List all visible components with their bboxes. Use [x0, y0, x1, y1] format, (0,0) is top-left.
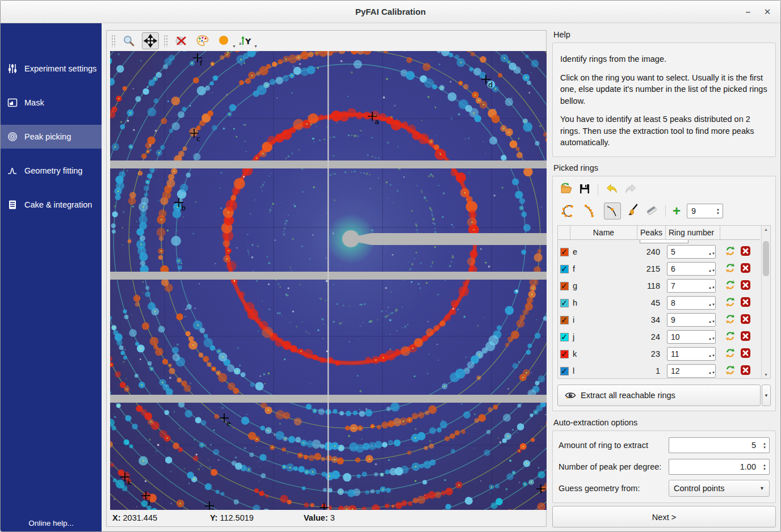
delete-ring-icon[interactable]: [740, 331, 751, 343]
scroll-up-icon[interactable]: ▲: [762, 226, 770, 233]
delete-ring-icon[interactable]: [740, 297, 751, 309]
ring-visible-checkbox[interactable]: ✓: [560, 299, 569, 307]
ring-visible-checkbox[interactable]: ✓: [560, 265, 569, 273]
refresh-ring-icon[interactable]: [725, 348, 736, 360]
sidebar-item-peak-picking[interactable]: Peak picking: [1, 125, 102, 149]
svg-text:c: c: [196, 134, 200, 143]
spin-arrows[interactable]: ▲▼: [760, 463, 769, 471]
status-x-value: 2031.445: [123, 513, 157, 522]
online-help-link[interactable]: Online help...: [1, 519, 102, 527]
toolbar-grip[interactable]: [111, 35, 116, 47]
rings-tools-toolbar: + 9 ▲▼: [557, 202, 771, 220]
diffraction-image-canvas[interactable]: fdacbekjh: [110, 51, 547, 510]
close-button[interactable]: ✕: [758, 1, 777, 23]
spin-arrows[interactable]: ▲▼: [713, 208, 723, 215]
ring-visible-checkbox[interactable]: ✓: [560, 248, 569, 256]
help-box: Identify rings from the image. Click on …: [552, 43, 776, 157]
spin-arrows[interactable]: ▲▼: [708, 366, 715, 375]
auto-extraction-group-label: Auto-extraction options: [553, 418, 776, 427]
ring-row-i[interactable]: ✓i349▲▼: [558, 311, 760, 328]
spin-arrows[interactable]: ▲▼: [708, 349, 715, 358]
refresh-ring-icon[interactable]: [725, 365, 736, 377]
scroll-down-icon[interactable]: ▼: [762, 371, 770, 378]
ring-visible-checkbox[interactable]: ✓: [560, 367, 569, 375]
spin-arrows[interactable]: ▲▼: [708, 332, 715, 341]
brush-tool-icon[interactable]: [626, 203, 640, 219]
extract-rings-button[interactable]: Extract all reachable rings: [557, 385, 761, 406]
eraser-tool-icon[interactable]: [645, 203, 658, 219]
delete-ring-icon[interactable]: [740, 365, 751, 377]
header-actions: [720, 226, 760, 239]
marker-style-icon[interactable]: ▼: [216, 32, 233, 49]
delete-ring-icon[interactable]: [740, 263, 751, 275]
extract-rings-label: Extract all reachable rings: [581, 391, 675, 400]
ring-number-spinbox[interactable]: 10▲▼: [667, 330, 716, 344]
refresh-ring-icon[interactable]: [725, 297, 736, 309]
ring-visible-checkbox[interactable]: ✓: [560, 282, 569, 290]
arc-tool-icon[interactable]: [582, 202, 599, 219]
delete-ring-icon[interactable]: [740, 314, 751, 326]
new-ring-number-spinbox[interactable]: 9 ▲▼: [687, 204, 723, 218]
delete-ring-icon[interactable]: [740, 246, 751, 258]
y-axis-direction-icon[interactable]: a Y ▼: [237, 32, 254, 49]
spin-arrows[interactable]: ▲▼: [708, 298, 715, 307]
save-icon[interactable]: [578, 183, 591, 197]
refresh-ring-icon[interactable]: [725, 280, 736, 292]
amount-of-rings-label: Amount of ring to extract: [559, 441, 669, 450]
refresh-ring-icon[interactable]: [725, 246, 736, 258]
ring-row-f[interactable]: ✓f2156▲▼: [558, 260, 760, 277]
ring-full-arc-tool-icon[interactable]: [560, 202, 577, 219]
palette-icon[interactable]: [194, 32, 211, 49]
ring-number-spinbox[interactable]: 5▲▼: [667, 245, 716, 259]
refresh-ring-icon[interactable]: [725, 331, 736, 343]
spin-arrows[interactable]: ▲▼: [708, 247, 715, 256]
ring-row-e[interactable]: ✓e2405▲▼: [558, 243, 760, 260]
undo-icon[interactable]: [605, 182, 619, 198]
zoom-icon[interactable]: [120, 32, 137, 49]
ring-number-spinbox[interactable]: 12▲▼: [667, 364, 716, 378]
add-ring-icon[interactable]: +: [673, 205, 681, 217]
spin-arrows[interactable]: ▲▼: [708, 264, 715, 273]
scrollbar-thumb[interactable]: [763, 241, 769, 276]
sidebar-item-cake-integration[interactable]: Cake & integration: [1, 193, 102, 217]
ring-row-j[interactable]: ✓j2410▲▼: [558, 328, 760, 345]
refresh-ring-icon[interactable]: [725, 314, 736, 326]
app-window: PyFAI Calibration – ✕ Experiment setting…: [0, 0, 781, 532]
next-button[interactable]: Next >: [552, 506, 776, 527]
open-icon[interactable]: [560, 182, 573, 198]
spin-arrows[interactable]: ▲▼: [708, 315, 715, 324]
minimize-button[interactable]: –: [738, 1, 758, 23]
single-point-arc-tool-icon[interactable]: [604, 202, 621, 219]
table-scrollbar[interactable]: ▲ ▼: [761, 226, 770, 378]
ring-visible-checkbox[interactable]: ✓: [560, 350, 569, 358]
peaks-per-degree-spinbox[interactable]: 1.00 ▲▼: [669, 459, 770, 475]
toolbar-grip[interactable]: [163, 35, 168, 47]
ring-row-h[interactable]: ✓h458▲▼: [558, 294, 760, 311]
sidebar-item-experiment-settings[interactable]: Experiment settings: [1, 57, 102, 81]
ring-row-k[interactable]: ✓k2311▲▼: [558, 345, 760, 362]
ring-peak-count: 24: [637, 332, 666, 341]
extract-dropdown-button[interactable]: ▼: [762, 385, 771, 406]
ring-row-g[interactable]: ✓g1187▲▼: [558, 277, 760, 294]
delete-ring-icon[interactable]: [740, 348, 751, 360]
guess-geometry-select[interactable]: Control points ▼: [669, 480, 770, 497]
amount-of-rings-spinbox[interactable]: 5 ▲▼: [669, 437, 770, 453]
redo-icon[interactable]: [624, 182, 637, 198]
ring-row-l[interactable]: ✓l112▲▼: [558, 362, 760, 379]
rings-file-toolbar: [557, 181, 771, 199]
ring-number-spinbox[interactable]: 8▲▼: [667, 296, 716, 310]
refresh-ring-icon[interactable]: [725, 263, 736, 275]
spin-arrows[interactable]: ▲▼: [708, 281, 715, 290]
sidebar-item-geometry-fitting[interactable]: Geometry fitting: [1, 159, 102, 183]
ring-number-spinbox[interactable]: 7▲▼: [667, 279, 716, 293]
delete-ring-icon[interactable]: [740, 280, 751, 292]
ring-visible-checkbox[interactable]: ✓: [560, 316, 569, 324]
sidebar-item-mask[interactable]: Mask: [1, 91, 102, 115]
ring-number-spinbox[interactable]: 9▲▼: [667, 313, 716, 327]
pan-icon[interactable]: [142, 32, 159, 49]
ring-number-spinbox[interactable]: 11▲▼: [667, 347, 716, 361]
ring-number-spinbox[interactable]: 6▲▼: [667, 262, 716, 276]
ring-visible-checkbox[interactable]: ✓: [560, 333, 569, 341]
spin-arrows[interactable]: ▲▼: [760, 442, 769, 449]
remove-crosshair-icon[interactable]: [173, 32, 190, 49]
